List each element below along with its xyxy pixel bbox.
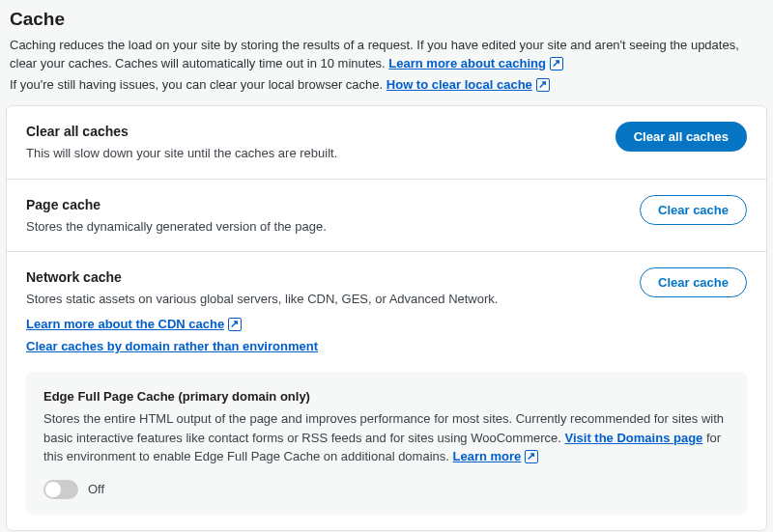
edge-cache-subcard: Edge Full Page Cache (primary domain onl…	[26, 372, 747, 515]
page-cache-title: Page cache	[26, 195, 628, 215]
page-title: Cache	[10, 6, 763, 34]
page-header: Cache Caching reduces the load on your s…	[6, 6, 767, 105]
network-cache-desc: Stores static assets on various global s…	[26, 290, 628, 309]
visit-domains-link[interactable]: Visit the Domains page	[565, 431, 703, 445]
external-link-icon	[536, 78, 550, 92]
clear-all-caches-button[interactable]: Clear all caches	[616, 122, 747, 152]
local-cache-link[interactable]: How to clear local cache	[386, 77, 550, 92]
learn-caching-link[interactable]: Learn more about caching	[388, 56, 563, 70]
network-cache-section: Network cache Stores static assets on va…	[7, 252, 766, 356]
clear-all-title: Clear all caches	[26, 122, 604, 142]
page-cache-desc: Stores the dynamically generated version…	[26, 217, 628, 237]
network-cache-title: Network cache	[26, 267, 628, 288]
edge-learn-more-link[interactable]: Learn more	[453, 449, 539, 463]
page-cache-section: Page cache Stores the dynamically genera…	[7, 180, 766, 253]
cache-card: Clear all caches This will slow down you…	[6, 105, 767, 531]
clear-network-cache-button[interactable]: Clear cache	[640, 267, 747, 297]
external-link-icon	[550, 57, 563, 70]
clear-all-section: Clear all caches This will slow down you…	[7, 106, 766, 180]
edge-cache-title: Edge Full Page Cache (primary domain onl…	[43, 387, 730, 406]
edge-toggle-label: Off	[88, 480, 104, 499]
page-description-2: If you're still having issues, you can c…	[10, 75, 763, 95]
clear-all-desc: This will slow down your site until the …	[26, 144, 604, 163]
edge-cache-toggle[interactable]	[43, 480, 78, 499]
clear-by-domain-link[interactable]: Clear caches by domain rather than envir…	[26, 337, 318, 356]
edge-cache-desc: Stores the entire HTML output of the pag…	[43, 409, 730, 466]
external-link-icon	[228, 318, 242, 331]
clear-page-cache-button[interactable]: Clear cache	[640, 195, 747, 225]
cdn-cache-link[interactable]: Learn more about the CDN cache	[26, 315, 242, 334]
page-description: Caching reduces the load on your site by…	[10, 36, 763, 73]
external-link-icon	[525, 450, 538, 463]
